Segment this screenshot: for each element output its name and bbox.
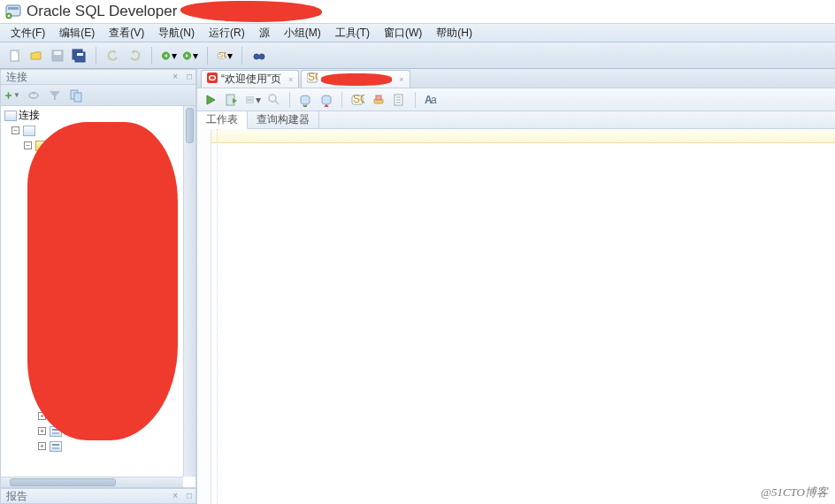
vertical-scrollbar[interactable] [183,106,195,477]
tree-collapse-icon[interactable]: − [11,126,19,134]
menu-view[interactable]: 查看(V) [102,24,151,42]
menu-bar: 文件(F) 编辑(E) 查看(V) 导航(N) 运行(R) 源 小组(M) 工具… [0,23,835,42]
editor-ruler [197,129,835,143]
tab-query-builder[interactable]: 查询构建器 [248,111,319,129]
nav-back-icon[interactable]: ▾ [161,48,177,64]
worksheet-subtabs: 工作表 查询构建器 [197,111,835,129]
run-statement-icon[interactable] [203,92,218,108]
worksheet-toolbar: ▾ SQL Aa [197,88,835,111]
clear-icon[interactable] [371,92,387,108]
redacted-tab-label [321,73,392,86]
case-icon[interactable]: Aa [423,92,439,108]
connections-panel-header: 连接 × □ [0,69,196,85]
tree-collapse-icon[interactable]: − [24,141,32,149]
reports-panel-header: 报告 × □ [0,488,196,504]
tree-root-connections[interactable]: 连接 [4,108,195,123]
menu-tools[interactable]: 工具(T) [328,24,377,42]
svg-rect-25 [246,96,253,99]
redo-icon[interactable] [126,48,142,64]
new-connection-icon[interactable]: ▼ [4,88,20,103]
oracle-icon [207,73,218,86]
worksheet-tab-label: 工作表 [206,112,238,127]
panel-close-icon[interactable]: × [172,72,178,81]
svg-rect-20 [207,73,218,83]
menu-navigate[interactable]: 导航(N) [151,24,202,42]
sql-tuning-icon[interactable]: SQL [349,92,365,108]
sql-editor[interactable] [197,129,835,504]
reports-panel-title: 报告 [6,489,27,504]
tab-welcome[interactable]: “欢迎使用”页 × [201,70,299,88]
binoculars-icon[interactable] [251,48,267,64]
svg-text:a: a [431,94,437,106]
save-icon[interactable] [50,48,65,64]
menu-edit[interactable]: 编辑(E) [52,24,102,42]
connections-tree[interactable]: 连接 − − 表（已过滤） + + + + + + + + [0,106,196,488]
menu-source[interactable]: 源 [252,24,277,42]
scroll-thumb[interactable] [10,478,116,486]
tab-close-icon[interactable]: × [399,75,403,84]
tab-welcome-label: “欢迎使用”页 [221,72,281,87]
app-icon [5,4,21,19]
menu-team[interactable]: 小组(M) [277,24,328,42]
undo-icon[interactable] [105,48,121,64]
rollback-icon[interactable] [318,92,334,108]
svg-text:SQL: SQL [308,73,318,83]
horizontal-scrollbar[interactable] [1,477,183,487]
app-title: Oracle SQL Developer [27,3,177,20]
panel-close-icon[interactable]: × [172,491,178,500]
commit-icon[interactable] [297,92,313,108]
connections-panel-title: 连接 [6,70,27,85]
open-icon[interactable] [28,48,44,64]
menu-run[interactable]: 运行(R) [202,24,252,42]
svg-rect-33 [376,95,381,100]
toolbar-separator [415,92,416,108]
connections-root-icon [4,111,17,121]
save-all-icon[interactable] [71,48,87,64]
menu-help[interactable]: 帮助(H) [429,24,479,42]
new-icon[interactable] [7,48,23,64]
scroll-thumb[interactable] [186,108,194,143]
explain-plan-icon[interactable]: ▾ [245,92,261,108]
tab-worksheet-sheet[interactable]: 工作表 [197,111,248,129]
toolbar-separator [341,92,342,108]
tree-expand-icon[interactable]: + [38,442,46,450]
panel-minimize-icon[interactable]: □ [187,72,192,81]
connection-icon [23,126,35,136]
tree-expand-icon[interactable]: + [38,427,46,435]
toolbar-separator [241,47,242,65]
history-icon[interactable] [392,92,408,108]
autotrace-icon[interactable] [266,92,282,108]
editor-gutter [197,129,211,504]
tab-close-icon[interactable]: × [288,75,293,84]
nav-forward-icon[interactable]: ▾ [182,48,198,64]
redacted-tree-content [27,122,178,440]
svg-rect-8 [77,53,83,56]
svg-rect-1 [8,7,19,10]
filter-icon[interactable] [47,88,63,103]
table-icon [50,441,62,452]
tab-worksheet[interactable]: SQL × [301,70,410,88]
query-builder-tab-label: 查询构建器 [257,112,310,127]
menu-window[interactable]: 窗口(W) [377,24,429,42]
window-title-bar: Oracle SQL Developer [0,0,835,23]
copy-icon[interactable] [68,88,84,103]
redacted-title [180,1,322,22]
run-script-icon[interactable] [224,92,240,108]
toolbar-separator [96,47,96,65]
panel-minimize-icon[interactable]: □ [187,491,192,500]
refresh-icon[interactable] [26,88,42,103]
sql-icon: SQL [307,73,318,86]
table-row[interactable]: + [4,439,195,454]
svg-text:SQL: SQL [353,93,364,105]
editor-margin-line [217,129,218,504]
editor-tab-strip: “欢迎使用”页 × SQL × [197,69,835,88]
sql-icon[interactable]: SQL▾ [217,48,233,64]
svg-rect-26 [246,100,253,103]
svg-rect-15 [257,55,261,57]
connections-toolbar: ▼ [0,85,196,106]
toolbar-separator [151,47,152,65]
main-toolbar: ▾ ▾ SQL▾ [0,42,835,69]
menu-file[interactable]: 文件(F) [4,24,52,42]
svg-text:SQL: SQL [218,51,226,59]
svg-point-17 [33,91,35,94]
